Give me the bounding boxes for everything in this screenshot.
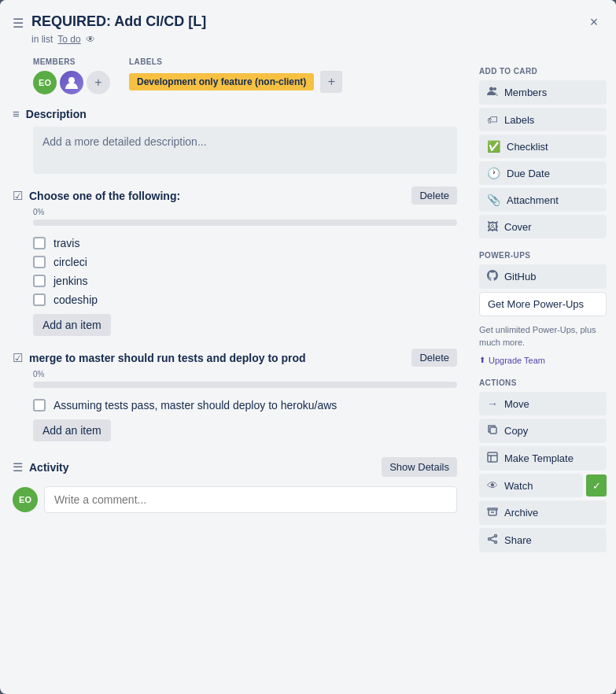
checklist-checkbox-travis[interactable] — [33, 237, 46, 249]
actions-title: ACTIONS — [479, 378, 607, 387]
checklist-item-text-circleci: circleci — [53, 256, 87, 268]
get-more-power-ups-button[interactable]: Get More Power-Ups — [479, 292, 607, 316]
checklist-1-title: Choose one of the following: — [29, 190, 180, 202]
modal-subtitle: in list To do 👁 — [31, 34, 603, 45]
checklist-1-progress-label: 0% — [33, 208, 457, 216]
move-label: Move — [504, 398, 529, 410]
watch-icon: 👁 — [487, 479, 498, 492]
checklist-checkbox-heroku[interactable] — [33, 399, 46, 412]
main-content: MEMBERS EO + LABELS Development only fea… — [0, 51, 470, 694]
github-label: GitHub — [504, 271, 536, 282]
checklist-1: ☑ Choose one of the following: Delete 0%… — [13, 186, 457, 336]
copy-label: Copy — [504, 425, 528, 437]
checklist-item-text-codeship: codeship — [53, 293, 98, 306]
add-member-button[interactable]: + — [87, 71, 110, 94]
archive-action-button[interactable]: Archive — [479, 500, 607, 525]
modal-container: ☰ REQUIRED: Add CI/CD [L] in list To do … — [0, 0, 616, 694]
avatar-member2[interactable] — [60, 71, 83, 94]
svg-point-10 — [489, 538, 491, 541]
checklist-item: travis — [33, 234, 457, 253]
svg-point-9 — [495, 535, 497, 537]
checklist-2-progress-label: 0% — [33, 370, 457, 378]
make-template-action-button[interactable]: Make Template — [479, 446, 607, 471]
add-to-card-title: ADD TO CARD — [479, 67, 607, 76]
checklist-sidebar-button[interactable]: ✅ Checklist — [479, 135, 607, 158]
svg-rect-4 — [488, 452, 497, 462]
description-title: Description — [26, 108, 87, 120]
checklist-checkbox-circleci[interactable] — [33, 256, 46, 268]
add-label-button[interactable]: + — [320, 71, 342, 93]
share-icon — [487, 533, 498, 547]
svg-point-1 — [489, 87, 493, 91]
description-icon: ≡ — [13, 107, 20, 120]
copy-action-button[interactable]: Copy — [479, 419, 607, 443]
make-template-label: Make Template — [504, 452, 574, 464]
members-list: EO + — [33, 71, 110, 94]
checklist-2-header-left: ☑ merge to master should run tests and d… — [13, 351, 306, 365]
watch-label: Watch — [504, 480, 533, 492]
checklist-2-title: merge to master should run tests and dep… — [29, 352, 306, 364]
show-details-button[interactable]: Show Details — [382, 457, 457, 477]
github-icon — [487, 270, 498, 283]
checklist-checkbox-codeship[interactable] — [33, 293, 46, 306]
checklist-2-delete-button[interactable]: Delete — [411, 349, 457, 367]
watch-action-button[interactable]: 👁 Watch — [479, 474, 583, 497]
due-date-sidebar-button[interactable]: 🕐 Due Date — [479, 161, 607, 185]
meta-row: MEMBERS EO + LABELS Development only fea… — [13, 57, 457, 94]
attachment-sidebar-label: Attachment — [507, 194, 559, 206]
archive-label: Archive — [504, 507, 538, 519]
watch-icon-small: 👁 — [86, 34, 95, 45]
checklist-item: circleci — [33, 253, 457, 271]
activity-header: ☰ Activity Show Details — [13, 457, 457, 477]
members-label: MEMBERS — [33, 57, 110, 66]
github-power-up-button[interactable]: GitHub — [479, 264, 607, 289]
comment-input[interactable] — [44, 486, 457, 513]
subtitle-prefix: in list — [31, 34, 53, 45]
members-sidebar-label: Members — [504, 87, 547, 98]
description-header: ≡ Description — [13, 107, 457, 120]
power-ups-title: POWER-UPS — [479, 251, 607, 260]
close-button[interactable]: × — [581, 9, 607, 35]
checklist-2-icon: ☑ — [13, 351, 23, 365]
attachment-sidebar-button[interactable]: 📎 Attachment — [479, 188, 607, 212]
share-action-button[interactable]: Share — [479, 528, 607, 552]
checklist-item: codeship — [33, 290, 457, 309]
share-label: Share — [504, 534, 532, 546]
checklist-1-delete-button[interactable]: Delete — [411, 186, 457, 205]
cover-sidebar-button[interactable]: 🖼 Cover — [479, 215, 607, 238]
list-name-link[interactable]: To do — [57, 34, 80, 45]
activity-input-row: EO — [13, 486, 457, 513]
members-section: MEMBERS EO + — [33, 57, 110, 94]
svg-point-0 — [68, 77, 75, 83]
labels-section: LABELS Development only feature (non-cli… — [129, 57, 342, 94]
upgrade-label: Upgrade Team — [489, 356, 545, 365]
avatar-eo[interactable]: EO — [33, 71, 57, 94]
checklist-item: Assuming tests pass, master should deplo… — [33, 396, 457, 415]
labels-sidebar-button[interactable]: 🏷 Labels — [479, 108, 607, 131]
archive-icon — [487, 506, 498, 519]
description-area[interactable]: Add a more detailed description... — [33, 127, 457, 174]
checklist-1-icon: ☑ — [13, 189, 23, 203]
upgrade-team-link[interactable]: ⬆ Upgrade Team — [479, 356, 545, 365]
members-sidebar-icon — [487, 86, 498, 99]
checklist-1-add-item-button[interactable]: Add an item — [33, 314, 111, 336]
checklist-item: jenkins — [33, 271, 457, 290]
checklist-1-header-left: ☑ Choose one of the following: — [13, 189, 180, 203]
checklist-1-items: travis circleci jenkins codeship — [33, 234, 457, 309]
label-tag-development[interactable]: Development only feature (non-client) — [129, 73, 314, 90]
members-sidebar-button[interactable]: Members — [479, 80, 607, 105]
svg-rect-7 — [488, 508, 497, 510]
checklist-sidebar-icon: ✅ — [487, 140, 500, 153]
move-icon: → — [487, 397, 498, 410]
attachment-sidebar-icon: 📎 — [487, 194, 500, 206]
checklist-sidebar-label: Checklist — [507, 141, 548, 153]
checklist-2-add-item-button[interactable]: Add an item — [33, 419, 111, 441]
checklist-checkbox-jenkins[interactable] — [33, 275, 46, 287]
checklist-2-header: ☑ merge to master should run tests and d… — [13, 349, 457, 367]
due-date-sidebar-icon: 🕐 — [487, 167, 500, 179]
watch-check-indicator[interactable]: ✓ — [586, 474, 607, 497]
move-action-button[interactable]: → Move — [479, 392, 607, 415]
cover-sidebar-icon: 🖼 — [487, 220, 498, 233]
sidebar: ADD TO CARD Members 🏷 Labels ✅ Checklist… — [470, 51, 616, 694]
watch-row: 👁 Watch ✓ — [479, 474, 607, 497]
